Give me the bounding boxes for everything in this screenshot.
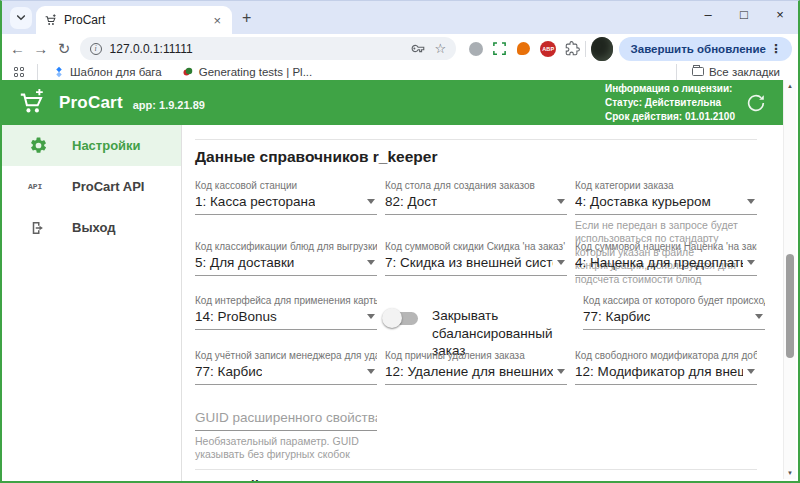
section-title: Данные справочников r_keeper: [195, 148, 783, 166]
select-field-card-interface[interactable]: Код интерфейса для применения карты 14: …: [195, 295, 377, 350]
select-field-cashier[interactable]: Код кассира от которого будет происходит…: [583, 295, 765, 350]
select-field-sum-discount[interactable]: Код суммовой скидки Скидка 'на заказ' с …: [385, 241, 567, 295]
field-value: 5: Для доставки: [195, 255, 294, 270]
procart-cart-logo-icon: [18, 89, 45, 116]
all-bookmarks-button[interactable]: Все закладки: [692, 66, 780, 78]
select-field-order-table[interactable]: Код стола для создания заказов 82: Дост: [385, 180, 567, 241]
logout-icon: [29, 219, 47, 237]
field-helper: Необязательный параметр. GUID указывать …: [195, 435, 377, 462]
sidebar: Настройки API ProCart API Выход: [2, 125, 182, 481]
dropdown-caret-icon: [747, 199, 755, 204]
screenshot-extension-icon[interactable]: [492, 41, 507, 56]
profile-avatar[interactable]: [591, 37, 612, 61]
dropdown-caret-icon: [367, 199, 375, 204]
select-field-cash-station[interactable]: Код кассовой станции 1: Касса ресторана: [195, 180, 377, 241]
browser-tab-procart[interactable]: ProCart ×: [36, 6, 232, 34]
sidebar-item-label: Настройки: [72, 138, 141, 153]
dropdown-caret-icon: [557, 260, 565, 265]
field-value: 12: Удаление для внешних сис...: [385, 364, 553, 379]
browser-window: ProCart × + – □ × ← → ↻ i 127.0.0.1:1111…: [0, 0, 800, 483]
api-icon: API: [28, 182, 48, 191]
generating-tests-icon: [182, 66, 194, 78]
back-icon[interactable]: ←: [6, 40, 29, 57]
sidebar-item-exit[interactable]: Выход: [2, 207, 181, 248]
apps-grid-icon[interactable]: [14, 67, 24, 77]
app-version: app: 1.9.21.89: [133, 99, 205, 111]
field-value: 4: Наценка для предоплаты: [575, 255, 743, 270]
dropdown-caret-icon: [367, 314, 375, 319]
field-value: 12: Модификатор для внешнег...: [575, 364, 743, 379]
field-label: Код стола для создания заказов: [385, 180, 567, 191]
bookmark-star-icon[interactable]: ☆: [435, 41, 447, 56]
tab-title: ProCart: [64, 13, 210, 27]
bookmark-label: Шаблон для бага: [70, 66, 162, 78]
bottom-section-title: Настройки пользователя по умолчанию: [195, 477, 783, 481]
toggle-field-close-balanced-order: Закрывать сбалансированный заказ: [385, 295, 575, 350]
minimize-button[interactable]: –: [690, 1, 726, 27]
dropdown-caret-icon: [367, 369, 375, 374]
all-bookmarks-label: Все закладки: [709, 66, 780, 78]
license-status: Статус: Действительна: [605, 96, 735, 110]
dropdown-caret-icon: [755, 314, 763, 319]
tab-search-button[interactable]: [10, 7, 32, 29]
field-value: 1: Касса ресторана: [195, 194, 315, 209]
bookmark-bug-template[interactable]: Шаблон для бага: [53, 66, 162, 78]
scrollbar-thumb[interactable]: [786, 254, 794, 358]
address-bar[interactable]: i 127.0.0.1:11111 ☆: [80, 37, 457, 60]
bookmarks-bar: Шаблон для бага Generating tests | Pl...…: [2, 63, 798, 80]
extension-gray-icon[interactable]: [469, 42, 483, 56]
dropdown-caret-icon: [747, 369, 755, 374]
select-field-manager-account[interactable]: Код учётной записи менеджера для удалени…: [195, 350, 377, 408]
cart-favicon-icon: [44, 14, 57, 27]
reload-icon[interactable]: ↻: [52, 40, 75, 58]
update-chip-label: Завершить обновление: [631, 43, 766, 55]
dropdown-caret-icon: [557, 199, 565, 204]
folder-icon: [692, 67, 704, 76]
jira-icon: [53, 66, 65, 78]
extensions-row: ABP: [468, 41, 580, 57]
sidebar-item-label: Выход: [72, 220, 115, 235]
toggle-switch-off[interactable]: [385, 312, 418, 325]
divider: [195, 469, 757, 470]
scroll-up-icon[interactable]: ▲: [784, 83, 796, 89]
field-value: 7: Скидка из внешней системы: [385, 255, 553, 270]
url-text[interactable]: 127.0.0.1:11111: [110, 42, 410, 56]
password-key-icon[interactable]: [410, 41, 425, 56]
license-refresh-icon[interactable]: [745, 92, 767, 114]
gear-icon: [29, 136, 48, 155]
adblock-plus-icon[interactable]: ABP: [540, 41, 556, 57]
select-field-sum-markup[interactable]: Код суммовой наценки Наценка 'на заказ' …: [575, 241, 757, 295]
license-title: Информация о лицензии:: [605, 82, 735, 96]
bookmark-generating-tests[interactable]: Generating tests | Pl...: [182, 66, 313, 78]
bookmark-label: Generating tests | Pl...: [199, 66, 313, 78]
forward-icon[interactable]: →: [29, 40, 52, 57]
select-field-free-modifier[interactable]: Код свободного модификатора для добавлен…: [575, 350, 757, 408]
window-controls: – □ ×: [690, 1, 798, 34]
select-field-menu-classification[interactable]: Код классификации блюд для выгрузки меню…: [195, 241, 377, 295]
field-label: Код суммовой скидки Скидка 'на заказ' с …: [385, 241, 567, 252]
scroll-down-icon[interactable]: ▼: [784, 470, 796, 476]
sidebar-item-procart-api[interactable]: API ProCart API: [2, 166, 181, 207]
app-content: Настройки API ProCart API Выход: [2, 125, 783, 481]
site-info-icon[interactable]: i: [90, 43, 102, 55]
update-chrome-chip[interactable]: Завершить обновление ⋮: [619, 37, 792, 61]
maximize-button[interactable]: □: [726, 1, 762, 27]
chevron-down-icon: [16, 14, 26, 22]
browser-menu-icon[interactable]: ⋮: [766, 42, 786, 56]
field-label: Код причины удаления заказа: [385, 350, 567, 361]
close-button[interactable]: ×: [762, 1, 798, 27]
new-tab-button[interactable]: +: [242, 9, 251, 27]
dropdown-caret-icon: [367, 260, 375, 265]
tab-close-icon[interactable]: ×: [210, 13, 224, 28]
license-info: Информация о лицензии: Статус: Действите…: [605, 82, 735, 124]
field-value: 4: Доставка курьером: [575, 194, 711, 209]
select-field-order-category[interactable]: Код категории заказа 4: Доставка курьеро…: [575, 180, 757, 241]
select-field-delete-reason[interactable]: Код причины удаления заказа 12: Удаление…: [385, 350, 567, 408]
sidebar-item-settings[interactable]: Настройки: [2, 125, 181, 166]
extension-orange-icon[interactable]: [517, 42, 530, 55]
page-scrollbar[interactable]: ▲ ▼: [783, 80, 796, 479]
extensions-puzzle-icon[interactable]: [565, 41, 580, 56]
main-panel: Данные справочников r_keeper Код кассово…: [182, 125, 783, 481]
divider: [195, 139, 757, 140]
guid-input[interactable]: [195, 408, 377, 431]
